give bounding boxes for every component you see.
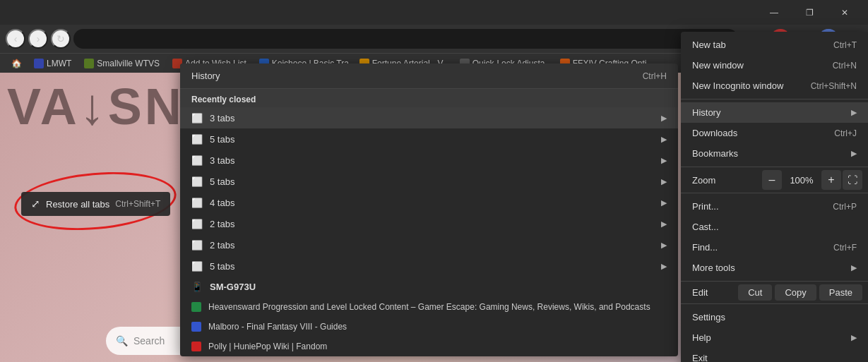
bookmarks-arrow-icon: ▶ — [851, 149, 857, 158]
link-favicon-2 — [191, 322, 201, 332]
copy-button[interactable]: Copy — [775, 284, 816, 301]
minimize-button[interactable]: — — [758, 2, 790, 23]
zoom-controls: – 100% + — [762, 170, 841, 190]
tabs-icon: ⬜ — [191, 155, 203, 166]
maximize-button[interactable]: ❐ — [793, 2, 826, 23]
help-label: Help — [692, 332, 847, 343]
tabs-icon: ⬜ — [191, 218, 203, 229]
link-favicon-3 — [191, 342, 201, 351]
new-incognito-item[interactable]: New Incognito window Ctrl+Shift+N — [681, 76, 868, 96]
history-item-2tabs-1[interactable]: ⬜ 2 tabs ▶ — [180, 213, 678, 234]
tabs-icon: ⬜ — [191, 112, 203, 123]
settings-section: Settings Help ▶ Exit — [681, 304, 868, 362]
new-window-label: New window — [692, 60, 826, 71]
address-bar[interactable] — [73, 29, 738, 49]
tabs-icon: ⬜ — [191, 197, 203, 208]
history-menu-item[interactable]: History ▶ — [681, 102, 868, 123]
reload-button[interactable]: ↻ — [51, 29, 71, 49]
arrow-icon: ▶ — [661, 219, 667, 229]
zoom-minus-button[interactable]: – — [762, 170, 782, 190]
downloads-label: Downloads — [692, 128, 827, 138]
more-tools-item[interactable]: More tools ▶ — [681, 258, 868, 278]
search-label: Search — [133, 335, 165, 346]
tab-count-label: 3 tabs — [210, 113, 654, 123]
find-item[interactable]: Find... Ctrl+F — [681, 237, 868, 258]
history-link-3[interactable]: Polly | HuniePop Wiki | Fandom — [180, 337, 678, 356]
new-incognito-shortcut: Ctrl+Shift+N — [811, 81, 857, 91]
restore-shortcut: Ctrl+Shift+T — [115, 199, 160, 209]
cast-label: Cast... — [692, 222, 857, 232]
arrow-icon: ▶ — [661, 241, 667, 250]
exit-item[interactable]: Exit — [681, 348, 868, 362]
restore-icon: ⤢ — [31, 198, 40, 210]
tabs-icon: ⬜ — [191, 239, 203, 251]
tab-count-label: 5 tabs — [210, 176, 654, 187]
help-item[interactable]: Help ▶ — [681, 327, 868, 348]
bookmark-favicon — [84, 59, 94, 68]
history-link-1[interactable]: Heavensward Progression and Level Locked… — [180, 297, 678, 317]
bookmarks-label: Bookmarks — [692, 148, 847, 159]
edit-row: Edit Cut Copy Paste — [681, 282, 868, 304]
forward-button[interactable]: › — [28, 29, 48, 49]
history-shortcut: Ctrl+H — [643, 71, 667, 81]
find-label: Find... — [692, 242, 826, 253]
new-tabs-section: New tab Ctrl+T New window Ctrl+N New Inc… — [681, 32, 868, 99]
link-favicon-1 — [191, 302, 201, 312]
bookmark-home[interactable]: 🏠 — [6, 57, 27, 70]
close-button[interactable]: ✕ — [828, 2, 861, 23]
tab-count-label: 4 tabs — [210, 198, 654, 208]
print-item[interactable]: Print... Ctrl+P — [681, 196, 868, 217]
device-icon: 📱 — [191, 281, 203, 292]
arrow-icon: ▶ — [661, 156, 667, 165]
history-link-2[interactable]: Malboro - Final Fantasy VIII - Guides — [180, 317, 678, 337]
history-link-text-2: Malboro - Final Fantasy VIII - Guides — [208, 322, 667, 332]
recently-closed-header: Recently closed — [180, 89, 678, 107]
history-item-3tabs-1[interactable]: ⬜ 3 tabs ▶ — [180, 107, 678, 128]
history-item-5tabs-1[interactable]: ⬜ 5 tabs ▶ — [180, 128, 678, 150]
bookmarks-item[interactable]: Bookmarks ▶ — [681, 143, 868, 164]
history-item-4tabs[interactable]: ⬜ 4 tabs ▶ — [180, 192, 678, 213]
arrow-icon: ▶ — [661, 114, 667, 123]
arrow-icon: ▶ — [661, 262, 667, 271]
downloads-shortcut: Ctrl+J — [834, 128, 857, 138]
settings-label: Settings — [692, 312, 857, 322]
new-tab-item[interactable]: New tab Ctrl+T — [681, 35, 868, 55]
back-button[interactable]: ‹ — [6, 29, 25, 49]
downloads-item[interactable]: Downloads Ctrl+J — [681, 123, 868, 143]
new-tab-shortcut: Ctrl+T — [833, 40, 857, 50]
arrow-icon: ▶ — [661, 198, 667, 207]
restore-label: Restore all tabs — [46, 199, 109, 210]
tab-count-label: 5 tabs — [210, 261, 654, 272]
edit-label: Edit — [686, 287, 735, 298]
fullscreen-button[interactable]: ⛶ — [843, 170, 862, 190]
more-tools-label: More tools — [692, 263, 847, 273]
help-arrow-icon: ▶ — [851, 333, 857, 342]
device-section: 📱 SM-G973U — [180, 277, 678, 297]
chrome-menu: New tab Ctrl+T New window Ctrl+N New Inc… — [681, 32, 868, 362]
bookmark-smallville[interactable]: Smallville WTVS — [78, 57, 165, 70]
zoom-plus-button[interactable]: + — [821, 170, 841, 190]
history-item-5tabs-3[interactable]: ⬜ 5 tabs ▶ — [180, 255, 678, 277]
search-icon: 🔍 — [116, 335, 128, 346]
bookmark-lmwt[interactable]: LMWT — [28, 57, 77, 70]
tab-count-label: 5 tabs — [210, 134, 654, 145]
zoom-row: Zoom – 100% + ⛶ — [681, 167, 868, 193]
restore-all-tabs-button[interactable]: ⤢ Restore all tabs Ctrl+Shift+T — [21, 192, 170, 216]
history-item-5tabs-2[interactable]: ⬜ 5 tabs ▶ — [180, 171, 678, 192]
exit-label: Exit — [692, 353, 857, 362]
history-arrow-icon: ▶ — [851, 108, 857, 117]
cast-item[interactable]: Cast... — [681, 217, 868, 237]
tab-count-label: 2 tabs — [210, 240, 654, 251]
bookmark-favicon: 🏠 — [11, 59, 21, 68]
new-window-item[interactable]: New window Ctrl+N — [681, 55, 868, 76]
history-downloads-section: History ▶ Downloads Ctrl+J Bookmarks ▶ — [681, 99, 868, 167]
new-incognito-label: New Incognito window — [692, 80, 804, 91]
history-item-3tabs-2[interactable]: ⬜ 3 tabs ▶ — [180, 150, 678, 171]
more-tools-arrow-icon: ▶ — [851, 263, 857, 272]
bookmark-label: LMWT — [47, 59, 71, 68]
cut-button[interactable]: Cut — [738, 284, 772, 301]
history-item-2tabs-2[interactable]: ⬜ 2 tabs ▶ — [180, 234, 678, 255]
paste-button[interactable]: Paste — [819, 284, 862, 301]
history-menu: History Ctrl+H Recently closed ⬜ 3 tabs … — [180, 64, 678, 356]
settings-item[interactable]: Settings — [681, 307, 868, 327]
